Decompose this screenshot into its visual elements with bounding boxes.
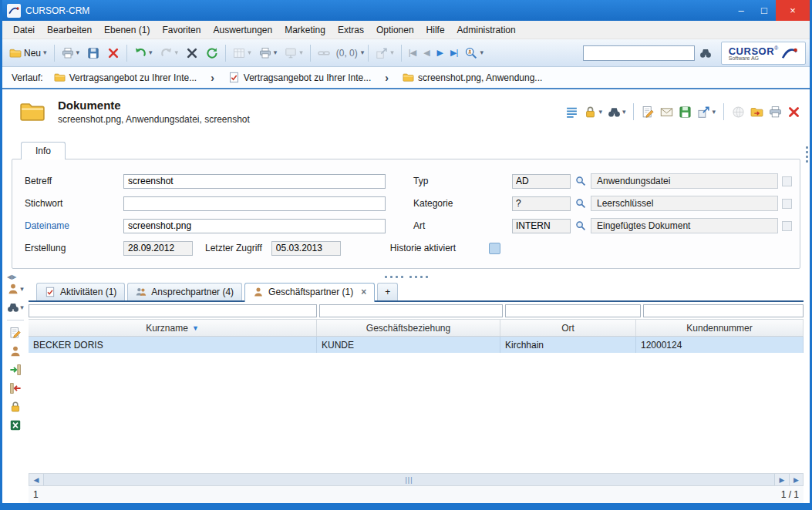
nav-prev-button[interactable]: ◀: [420, 43, 432, 63]
right-splitter-handle[interactable]: [806, 146, 808, 163]
contact-button[interactable]: [9, 345, 22, 357]
minimize-button[interactable]: –: [729, 0, 753, 21]
monitor-icon: [285, 47, 297, 59]
stichwort-input[interactable]: [123, 196, 386, 211]
lock-button[interactable]: ▾: [584, 106, 602, 119]
close-tab-icon[interactable]: ×: [358, 287, 366, 297]
tab-ansprechpartner[interactable]: Ansprechpartner (4): [127, 283, 242, 300]
letzter-zugriff-date-field[interactable]: [271, 241, 341, 256]
menu-marketing[interactable]: Marketing: [278, 22, 332, 39]
excel-export-button[interactable]: [9, 419, 22, 431]
column-header-geschaeftsbeziehung[interactable]: Geschäftsbeziehung: [317, 320, 500, 336]
undo-button[interactable]: ▾: [131, 43, 156, 63]
tab-geschaeftspartner[interactable]: Geschäftspartner (1) ×: [244, 283, 375, 302]
printer-icon: [769, 106, 782, 119]
print-button[interactable]: ▾: [59, 43, 83, 63]
menu-auswertungen[interactable]: Auswertungen: [207, 22, 278, 39]
add-tab-button[interactable]: +: [377, 283, 398, 300]
discard-button[interactable]: [183, 43, 201, 63]
chevron-down-icon[interactable]: ▾: [361, 49, 365, 56]
art-lookup-button[interactable]: [571, 220, 591, 231]
scroll-left-button[interactable]: ◀: [29, 474, 43, 485]
export-record-button[interactable]: ▾: [697, 106, 716, 119]
assign-button[interactable]: [9, 364, 22, 376]
find-button[interactable]: [696, 43, 715, 63]
kategorie-options-button[interactable]: [782, 199, 792, 209]
mail-button[interactable]: [660, 106, 673, 119]
scroll-right-button[interactable]: ▶: [775, 474, 789, 485]
filter-geschaeftsbeziehung-input[interactable]: [319, 304, 503, 317]
art-code-field[interactable]: [512, 219, 571, 233]
search-related-button[interactable]: ▾: [7, 301, 24, 314]
edit-button[interactable]: [642, 106, 655, 119]
menu-ebenen[interactable]: Ebenen (1): [98, 22, 156, 39]
typ-lookup-button[interactable]: [571, 176, 591, 186]
refresh-button[interactable]: [203, 43, 221, 63]
art-options-button[interactable]: [782, 221, 792, 231]
table-view-button[interactable]: ▾: [230, 43, 254, 63]
filter-kurzname-input[interactable]: [29, 304, 317, 317]
filter-kundennummer-input[interactable]: [643, 304, 804, 317]
tab-info[interactable]: Info: [21, 142, 66, 159]
splitter-collapse-button[interactable]: ◀▶: [7, 273, 16, 280]
column-header-ort[interactable]: Ort: [500, 320, 636, 336]
historie-checkbox[interactable]: [489, 243, 500, 254]
filter-ort-input[interactable]: [505, 304, 641, 317]
save-button[interactable]: [84, 43, 103, 63]
delete-record-button[interactable]: [787, 106, 800, 119]
maximize-button[interactable]: □: [753, 0, 776, 21]
remove-assignment-button[interactable]: [9, 382, 22, 394]
nav-first-button[interactable]: |◀: [406, 43, 419, 63]
link-button[interactable]: [315, 43, 333, 63]
edit-note-button[interactable]: [9, 327, 22, 339]
betreff-input[interactable]: [123, 174, 386, 189]
search-record-button[interactable]: ▾: [608, 106, 626, 119]
menu-datei[interactable]: Datei: [7, 22, 41, 39]
web-button[interactable]: [732, 106, 745, 119]
new-contact-button[interactable]: ▾: [7, 283, 24, 295]
chevron-down-icon: ▾: [20, 304, 24, 311]
menu-extras[interactable]: Extras: [332, 22, 370, 39]
red-x-icon: [107, 47, 120, 59]
typ-options-button[interactable]: [782, 176, 792, 186]
open-document-button[interactable]: [750, 106, 763, 119]
lock-related-button[interactable]: [9, 401, 22, 413]
menu-bearbeiten[interactable]: Bearbeiten: [41, 22, 98, 39]
horizontal-scrollbar[interactable]: ◀ ||| ▶ ▶: [29, 473, 804, 486]
table-row[interactable]: BECKER DORIS KUNDE Kirchhain 12000124: [29, 337, 804, 353]
breadcrumb-item[interactable]: Vertragsangebot zu Ihrer Inte...: [51, 70, 200, 85]
tab-aktivitaeten[interactable]: Aktivitäten (1): [36, 283, 125, 300]
save-record-button[interactable]: [679, 106, 692, 119]
column-header-kurzname[interactable]: Kurzname ▼: [29, 320, 317, 336]
menu-optionen[interactable]: Optionen: [370, 22, 420, 39]
horizontal-splitter[interactable]: ◀▶: [2, 272, 810, 281]
column-header-kundennummer[interactable]: Kundennummer: [636, 320, 804, 336]
delete-button[interactable]: [104, 43, 123, 63]
person-search-button[interactable]: ▾: [462, 43, 487, 63]
pane-split-button[interactable]: ▶: [789, 474, 803, 485]
breadcrumb-item[interactable]: screenshot.png, Anwendung...: [399, 70, 545, 85]
kategorie-code-field[interactable]: [512, 196, 571, 211]
erstellung-date-field[interactable]: [123, 241, 193, 256]
export-button[interactable]: ▾: [372, 43, 397, 63]
breadcrumb-item[interactable]: Vertragsangebot zu Ihrer Inte...: [225, 70, 374, 85]
scrollbar-thumb[interactable]: |||: [43, 474, 775, 485]
preview-button[interactable]: ▾: [281, 43, 306, 63]
menu-hilfe[interactable]: Hilfe: [420, 22, 451, 39]
nav-last-button[interactable]: ▶|: [447, 43, 460, 63]
menu-favoriten[interactable]: Favoriten: [156, 22, 207, 39]
list-button[interactable]: [565, 106, 578, 119]
nav-next-button[interactable]: ▶: [434, 43, 446, 63]
dateiname-input[interactable]: [123, 219, 386, 233]
dateiname-link-label[interactable]: Dateiname: [25, 220, 123, 231]
print-record-button[interactable]: [769, 106, 782, 119]
new-button[interactable]: Neu ▾: [6, 43, 50, 63]
typ-code-field[interactable]: [512, 174, 571, 189]
print-list-button[interactable]: ▾: [256, 43, 281, 63]
menu-administration[interactable]: Administration: [451, 22, 522, 39]
sort-descending-icon: ▼: [192, 324, 199, 332]
redo-button[interactable]: ▾: [157, 43, 182, 63]
quick-search-input[interactable]: [583, 45, 695, 61]
kategorie-lookup-button[interactable]: [571, 198, 591, 209]
close-button[interactable]: ×: [776, 0, 810, 21]
